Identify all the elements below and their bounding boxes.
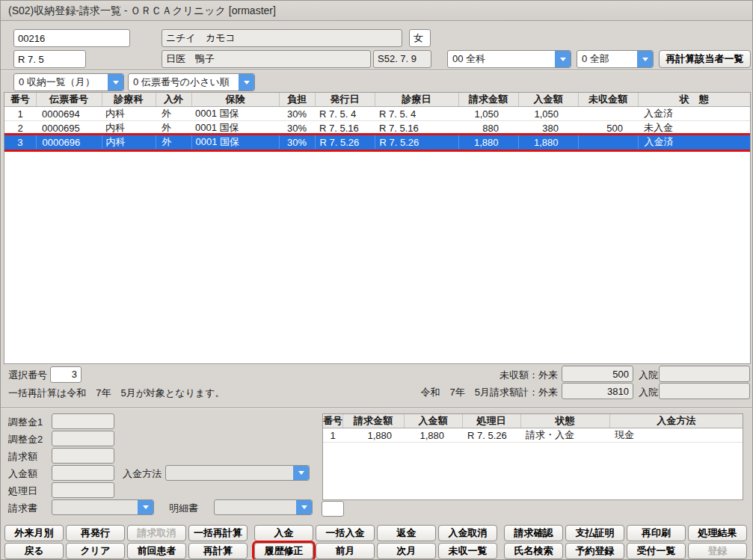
unpaid-list-button[interactable]: 未収一覧 bbox=[438, 543, 497, 559]
process-date-input[interactable] bbox=[52, 482, 114, 498]
previous-month-button[interactable]: 前月 bbox=[316, 543, 375, 559]
chevron-down-icon[interactable] bbox=[555, 51, 571, 67]
table-cell: R 7. 5.16 bbox=[315, 121, 375, 135]
table-row[interactable]: 20000695内科外0001 国保30%R 7. 5.16R 7. 5.168… bbox=[4, 121, 750, 135]
table-cell: 1,050 bbox=[518, 107, 578, 121]
outpatient-monthly-button[interactable]: 外来月別 bbox=[4, 525, 64, 541]
column-header: 請求金額 bbox=[458, 93, 518, 107]
column-header: 未収金額 bbox=[578, 93, 638, 107]
register-button: 登録 bbox=[688, 543, 747, 559]
list-type-select[interactable]: 0 収納一覧（月） bbox=[13, 73, 124, 91]
invoice-amount-input[interactable] bbox=[52, 448, 114, 464]
payment-history-table: 番号請求金額入金額処理日状態入金方法 11,8801,880R 7. 5.26請… bbox=[323, 414, 743, 443]
refund-button[interactable]: 返金 bbox=[377, 525, 436, 541]
deposit-amount-input[interactable] bbox=[52, 465, 114, 481]
reservation-button[interactable]: 予約登録 bbox=[565, 543, 624, 559]
adjust2-input[interactable] bbox=[52, 431, 114, 446]
table-cell: 1,880 bbox=[458, 135, 518, 150]
table-cell: 1 bbox=[323, 428, 342, 443]
table-cell: 入金済 bbox=[638, 107, 750, 121]
payment-history-area: 番号請求金額入金額処理日状態入金方法 11,8801,880R 7. 5.26請… bbox=[322, 413, 743, 500]
column-header: 伝票番号 bbox=[36, 93, 102, 107]
table-row[interactable]: 11,8801,880R 7. 5.26請求・入金現金 bbox=[323, 428, 743, 443]
back-button[interactable]: 戻る bbox=[4, 543, 64, 559]
unpaid-inpatient-field bbox=[659, 366, 750, 382]
invoice-doc-select[interactable] bbox=[52, 499, 154, 515]
column-header: 入金方法 bbox=[609, 414, 743, 428]
statement-doc-select[interactable] bbox=[214, 499, 313, 515]
table-cell: 請求・入金 bbox=[520, 428, 609, 443]
patient-gender-field: 女 bbox=[409, 29, 431, 47]
sort-order-value: 0 伝票番号の小さい順 bbox=[129, 74, 254, 90]
recalc-target-list-button[interactable]: 再計算該当者一覧 bbox=[659, 50, 751, 68]
unpaid-amount-label: 未収額：外来 bbox=[322, 367, 558, 384]
statement-doc-label: 明細書 bbox=[169, 500, 198, 517]
table-cell: R 7. 5.26 bbox=[315, 135, 375, 150]
deposit-method-value bbox=[166, 466, 309, 481]
invoice-confirm-button[interactable]: 請求確認 bbox=[504, 525, 563, 541]
button-group: 氏名検索予約登録受付一覧登録 bbox=[504, 543, 749, 559]
history-edit-button[interactable]: 履歴修正 bbox=[254, 543, 313, 559]
sort-order-select[interactable]: 0 伝票番号の小さい順 bbox=[128, 73, 255, 91]
button-group: 外来月別再発行請求取消一括再計算 bbox=[4, 525, 250, 541]
adjust1-label: 調整金1 bbox=[8, 414, 43, 431]
table-row[interactable]: 30000696内科外0001 国保30%R 7. 5.26R 7. 5.261… bbox=[4, 135, 750, 150]
reception-list-button[interactable]: 受付一覧 bbox=[627, 543, 686, 559]
payment-certificate-button[interactable]: 支払証明 bbox=[565, 525, 624, 541]
table-cell: R 7. 5. 4 bbox=[375, 107, 458, 121]
name-search-button[interactable]: 氏名検索 bbox=[504, 543, 563, 559]
table-cell bbox=[578, 135, 638, 150]
table-row[interactable]: 10000694内科外0001 国保30%R 7. 5. 4R 7. 5. 41… bbox=[4, 107, 750, 121]
table-cell: R 7. 5.26 bbox=[375, 135, 458, 150]
batch-deposit-button[interactable]: 一括入金 bbox=[316, 525, 375, 541]
chevron-down-icon[interactable] bbox=[239, 74, 254, 90]
table-cell: 1 bbox=[4, 107, 36, 121]
adjust1-input[interactable] bbox=[52, 413, 114, 429]
patient-id-input[interactable] bbox=[13, 29, 130, 47]
previous-patient-button[interactable]: 前回患者 bbox=[127, 543, 186, 559]
title-bar: (S02)収納登録-請求一覧 - ＯＲＣＡクリニック [ormaster] bbox=[1, 1, 753, 21]
invoice-amount-label: 請求額 bbox=[8, 449, 37, 465]
monthly-total-label: 令和 7年 5月請求額計：外来 bbox=[322, 384, 558, 401]
button-group: 請求確認支払証明再印刷処理結果 bbox=[504, 525, 749, 541]
chevron-down-icon[interactable] bbox=[296, 500, 312, 514]
button-group: 戻るクリア前回患者再計算 bbox=[4, 543, 250, 559]
reprint-button[interactable]: 再印刷 bbox=[627, 525, 686, 541]
clear-button[interactable]: クリア bbox=[66, 543, 125, 559]
invoice-cancel-button: 請求取消 bbox=[127, 525, 186, 541]
column-header: 診療科 bbox=[102, 93, 156, 107]
chevron-down-icon[interactable] bbox=[637, 51, 653, 67]
table-cell: 880 bbox=[458, 121, 518, 135]
table-cell: 30% bbox=[279, 121, 315, 135]
department-select[interactable]: 00 全科 bbox=[447, 50, 571, 68]
column-header: 負担 bbox=[279, 93, 315, 107]
billing-month-input[interactable] bbox=[13, 50, 86, 68]
window-title: (S02)収納登録-請求一覧 - ＯＲＣＡクリニック [ormaster] bbox=[8, 4, 276, 16]
deposit-cancel-button[interactable]: 入金取消 bbox=[438, 525, 497, 541]
process-result-button[interactable]: 処理結果 bbox=[688, 525, 747, 541]
extra-code-input[interactable] bbox=[322, 501, 344, 517]
invoice-list-area: 番号伝票番号診療科入外保険負担発行日診療日請求金額入金額未収金額状 態 1000… bbox=[4, 92, 751, 364]
deposit-button[interactable]: 入金 bbox=[254, 525, 313, 541]
recalc-button[interactable]: 再計算 bbox=[188, 543, 248, 559]
table-cell: 380 bbox=[518, 121, 578, 135]
chevron-down-icon[interactable] bbox=[293, 466, 309, 480]
chevron-down-icon[interactable] bbox=[108, 74, 123, 90]
chevron-down-icon[interactable] bbox=[138, 500, 153, 514]
table-cell: 内科 bbox=[102, 121, 156, 135]
inpatient-label: 入院 bbox=[639, 384, 658, 401]
deposit-method-select[interactable] bbox=[165, 465, 310, 481]
selected-number-input[interactable] bbox=[50, 366, 82, 383]
separator bbox=[1, 70, 753, 71]
scope-select[interactable]: 0 全部 bbox=[577, 50, 654, 68]
table-cell: 30% bbox=[279, 107, 315, 121]
table-cell: 1,050 bbox=[458, 107, 518, 121]
department-value: 00 全科 bbox=[448, 51, 571, 67]
next-month-button[interactable]: 次月 bbox=[377, 543, 436, 559]
reissue-button[interactable]: 再発行 bbox=[66, 525, 125, 541]
patient-kana-name-field: ニチイ カモコ bbox=[162, 29, 402, 47]
batch-recalc-button[interactable]: 一括再計算 bbox=[188, 525, 248, 541]
button-group: 入金一括入金返金入金取消 bbox=[254, 525, 500, 541]
table-cell: 1,880 bbox=[518, 135, 578, 150]
monthly-outpatient-field: 3810 bbox=[562, 383, 633, 399]
